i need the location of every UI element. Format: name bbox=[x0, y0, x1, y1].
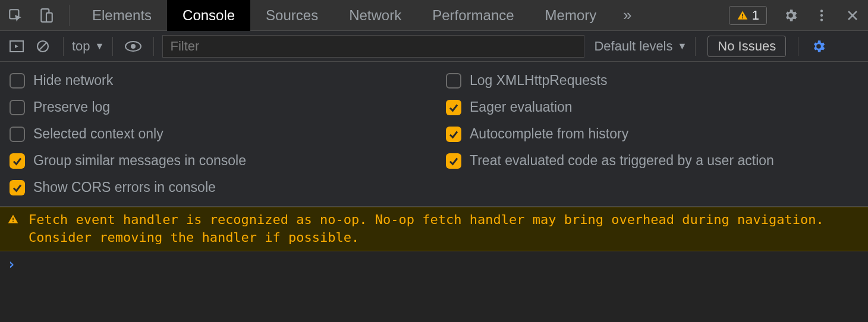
toggle-sidebar-icon[interactable] bbox=[5, 34, 29, 58]
chk-label: Group similar messages in console bbox=[33, 153, 246, 169]
svg-rect-4 bbox=[742, 17, 743, 18]
checkbox-checked-icon bbox=[446, 100, 461, 115]
chk-preserve-log[interactable]: Preserve log bbox=[10, 99, 422, 115]
more-tabs-icon[interactable]: » bbox=[612, 0, 643, 31]
console-settings-gear-icon[interactable] bbox=[807, 34, 831, 58]
svg-marker-11 bbox=[15, 45, 18, 48]
chk-selected-context[interactable]: Selected context only bbox=[10, 126, 422, 142]
warnings-badge[interactable]: 1 bbox=[729, 6, 767, 25]
chk-label: Autocomplete from history bbox=[470, 126, 628, 142]
prompt-chevron-icon: › bbox=[7, 256, 15, 273]
context-label: top bbox=[72, 39, 90, 54]
checkbox-checked-icon bbox=[446, 153, 461, 169]
live-expression-icon[interactable] bbox=[121, 34, 145, 58]
svg-point-7 bbox=[820, 18, 823, 21]
tab-elements[interactable]: Elements bbox=[77, 0, 167, 31]
warnings-count: 1 bbox=[752, 8, 759, 23]
devtools-tabstrip: Elements Console Sources Network Perform… bbox=[0, 0, 868, 31]
tab-console[interactable]: Console bbox=[167, 0, 250, 31]
separator bbox=[112, 37, 113, 56]
tab-memory[interactable]: Memory bbox=[530, 0, 612, 31]
checkbox-checked-icon bbox=[10, 180, 25, 195]
chk-eager-eval[interactable]: Eager evaluation bbox=[446, 99, 858, 115]
checkbox-icon bbox=[10, 73, 25, 89]
svg-line-13 bbox=[39, 43, 46, 50]
filter-wrapper bbox=[162, 35, 584, 58]
chevron-down-icon: ▼ bbox=[678, 41, 687, 52]
chk-label: Hide network bbox=[33, 72, 113, 89]
checkbox-icon bbox=[446, 73, 461, 89]
chk-group-similar[interactable]: Group similar messages in console bbox=[10, 153, 422, 169]
separator bbox=[63, 37, 64, 56]
svg-rect-3 bbox=[742, 14, 743, 16]
close-devtools-icon[interactable] bbox=[837, 0, 868, 31]
svg-rect-16 bbox=[12, 218, 14, 220]
log-levels-selector[interactable]: Default levels ▼ bbox=[594, 39, 687, 54]
message-text: Fetch event handler is recognized as no-… bbox=[29, 211, 861, 246]
chk-label: Treat evaluated code as triggered by a u… bbox=[470, 153, 774, 169]
console-message-warning: Fetch event handler is recognized as no-… bbox=[0, 207, 868, 251]
chevron-down-icon: ▼ bbox=[95, 41, 105, 52]
chk-autocomplete-history[interactable]: Autocomplete from history bbox=[446, 126, 858, 142]
tab-performance[interactable]: Performance bbox=[417, 0, 529, 31]
chk-log-xhr[interactable]: Log XMLHttpRequests bbox=[446, 72, 858, 89]
chk-hide-network[interactable]: Hide network bbox=[10, 72, 422, 89]
separator bbox=[153, 37, 154, 56]
context-selector[interactable]: top ▼ bbox=[72, 39, 104, 54]
separator bbox=[695, 37, 696, 56]
svg-rect-2 bbox=[46, 12, 52, 21]
svg-point-6 bbox=[820, 14, 823, 16]
kebab-menu-icon[interactable] bbox=[806, 0, 837, 31]
chk-label: Eager evaluation bbox=[470, 99, 573, 115]
separator bbox=[798, 37, 798, 56]
device-toggle-icon[interactable] bbox=[31, 0, 62, 31]
checkbox-icon bbox=[10, 100, 25, 115]
svg-point-15 bbox=[131, 44, 136, 49]
inspect-element-icon[interactable] bbox=[0, 0, 31, 31]
issues-label: No Issues bbox=[718, 39, 776, 53]
chk-label: Selected context only bbox=[33, 126, 163, 142]
filter-input[interactable] bbox=[162, 35, 584, 58]
settings-gear-icon[interactable] bbox=[775, 0, 806, 31]
chk-label: Show CORS errors in console bbox=[33, 179, 216, 195]
checkbox-checked-icon bbox=[10, 153, 25, 169]
svg-point-5 bbox=[820, 10, 823, 12]
chk-user-action[interactable]: Treat evaluated code as triggered by a u… bbox=[446, 153, 858, 169]
chk-cors-errors[interactable]: Show CORS errors in console bbox=[10, 179, 422, 195]
warning-triangle-icon bbox=[7, 213, 19, 225]
console-prompt[interactable]: › bbox=[0, 251, 868, 277]
levels-label: Default levels bbox=[594, 39, 672, 54]
tab-sources[interactable]: Sources bbox=[250, 0, 334, 31]
tab-network[interactable]: Network bbox=[334, 0, 417, 31]
issues-button[interactable]: No Issues bbox=[707, 36, 786, 57]
svg-rect-17 bbox=[12, 221, 14, 222]
clear-console-icon[interactable] bbox=[31, 34, 55, 58]
chk-label: Log XMLHttpRequests bbox=[470, 72, 607, 89]
separator bbox=[69, 5, 70, 26]
checkbox-checked-icon bbox=[446, 127, 461, 142]
console-settings-pane: Hide network Log XMLHttpRequests Preserv… bbox=[0, 62, 868, 207]
console-toolbar: top ▼ Default levels ▼ No Issues bbox=[0, 31, 868, 62]
chk-label: Preserve log bbox=[33, 99, 110, 115]
checkbox-icon bbox=[10, 127, 25, 142]
